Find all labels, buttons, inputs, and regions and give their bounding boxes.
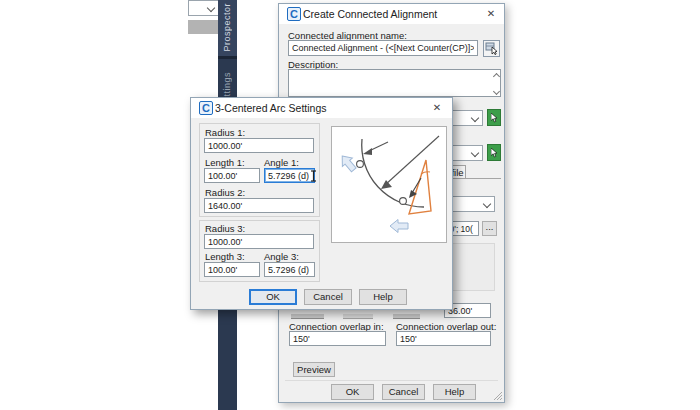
help-button[interactable]: Help [359,289,407,305]
length3-label: Length 3: [205,251,245,262]
length1-label: Length 1: [205,157,245,168]
hidden-control-fragment [291,314,324,319]
pick-profile-button[interactable] [487,144,501,161]
button-separator [285,380,498,381]
cancel-button[interactable]: Cancel [382,384,425,400]
create-dialog-title: Create Connected Alignment [303,8,437,20]
toolspace-dropdown[interactable] [188,0,219,16]
resize-grip[interactable] [493,391,503,401]
name-template-button[interactable] [483,40,500,57]
radius2-input[interactable] [204,198,314,213]
name-template-icon [485,42,498,55]
chevron-down-icon [471,149,479,157]
civil3d-icon: C [287,7,301,21]
civil3d-icon: C [199,101,213,115]
arc-diagram [332,127,446,242]
create-dialog-titlebar[interactable]: C Create Connected Alignment ✕ [279,4,504,24]
tab-divider [218,56,237,59]
angle1-input[interactable] [264,168,315,183]
angle1-label: Angle 1: [264,157,299,168]
help-button[interactable]: Help [433,384,476,400]
arc-preview-box [331,126,447,243]
tab-prospector[interactable]: Prospector [218,0,237,56]
screenshot-canvas: Prospector Settings C Create Connected A… [0,0,700,410]
alignment-name-input[interactable] [288,40,478,56]
ok-button[interactable]: OK [249,289,297,305]
cancel-button[interactable]: Cancel [304,289,352,305]
pick-cursor-icon [491,113,500,124]
pick-alignment-button[interactable] [487,109,501,126]
length3-input[interactable] [204,262,260,277]
chevron-down-icon [207,4,215,12]
length1-input[interactable] [204,168,260,183]
arc-dialog-titlebar[interactable]: C 3-Centered Arc Settings ✕ [191,98,452,118]
angle3-input[interactable] [264,262,315,277]
tab-prospector-label: Prospector [222,3,232,52]
guide-arrow-icon [390,220,408,233]
close-icon[interactable]: ✕ [484,7,498,21]
radius1-input[interactable] [204,138,314,153]
hidden-control-fragment [343,314,373,319]
browse-button[interactable]: ... [482,221,497,236]
hidden-control-fragment [393,314,420,319]
arc-settings-dialog: C 3-Centered Arc Settings ✕ Radius 1: Le… [190,97,453,310]
pick-cursor-icon [491,148,500,159]
radius2-label: Radius 2: [205,187,245,198]
arc-dialog-title: 3-Centered Arc Settings [215,102,326,114]
angle3-label: Angle 3: [264,251,299,262]
chevron-down-icon [471,114,479,122]
radius3-input[interactable] [204,234,314,249]
radius1-label: Radius 1: [205,127,245,138]
close-icon[interactable]: ✕ [430,101,444,115]
ok-button[interactable]: OK [331,384,374,400]
description-textarea[interactable] [288,69,501,97]
toolspace-toolbar-fragment [188,20,219,34]
preview-button[interactable]: Preview [293,362,335,377]
chevron-down-icon [483,200,491,208]
radius3-label: Radius 3: [205,223,245,234]
overlap-in-input[interactable] [289,331,386,346]
ibeam-cursor-icon [310,170,317,182]
guide-arrow-icon [337,152,359,174]
overlap-out-input[interactable] [396,331,491,346]
